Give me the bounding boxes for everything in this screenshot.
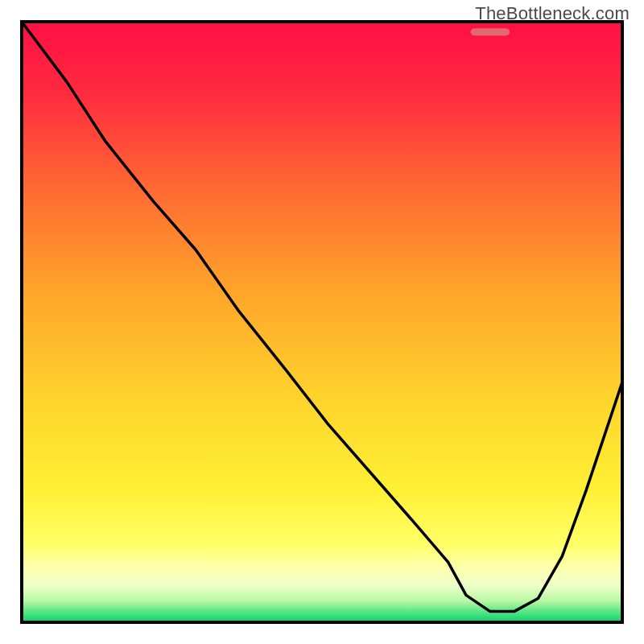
bottleneck-chart (0, 0, 644, 644)
optimal-marker (471, 28, 510, 35)
plot-area (22, 22, 622, 622)
chart-container: { "watermark": "TheBottleneck.com", "cha… (0, 0, 644, 644)
gradient-background (22, 22, 622, 622)
watermark-text: TheBottleneck.com (475, 3, 630, 24)
